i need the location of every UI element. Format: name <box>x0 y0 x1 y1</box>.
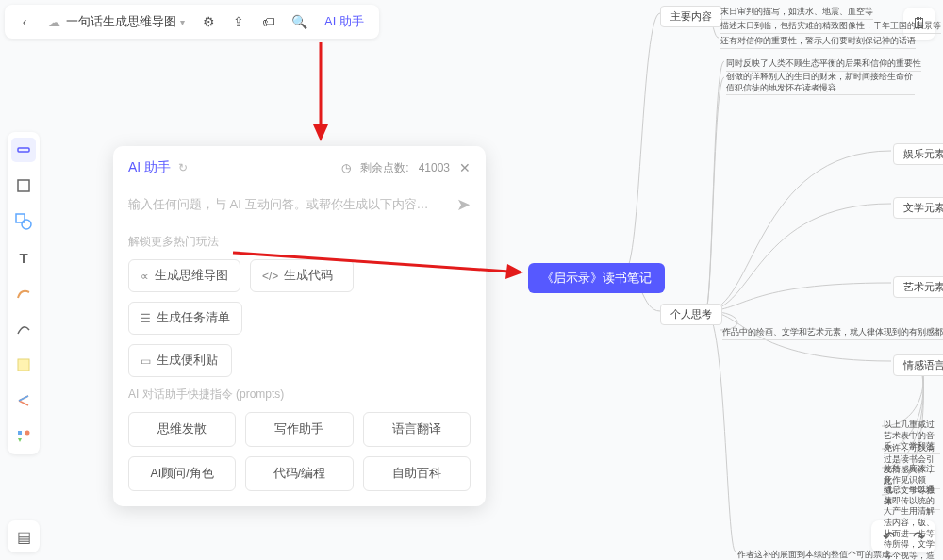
svg-rect-1 <box>18 180 29 191</box>
prompt-translate[interactable]: 语言翻译 <box>363 412 471 447</box>
chip-code[interactable]: </> 生成代码 <box>250 259 354 292</box>
mindmap-sub-node[interactable]: 艺术元素 <box>893 276 943 298</box>
search-icon: 🔍 <box>291 14 307 29</box>
svg-marker-9 <box>313 124 328 141</box>
mindmap-leaf[interactable]: 还有对信仰的重要性，警示人们要时刻保记神的话语 <box>720 35 916 49</box>
back-button[interactable]: ‹ <box>10 8 39 36</box>
tool-frame[interactable] <box>11 173 36 198</box>
chevron-down-icon: ▾ <box>180 17 185 27</box>
sticky-chip-icon: ▭ <box>141 354 151 368</box>
prompt-coding[interactable]: 代码/编程 <box>245 456 353 491</box>
cloud-icon: ☁ <box>48 15 60 29</box>
code-chip-icon: </> <box>262 270 278 283</box>
ai-panel-title: AI 助手 <box>128 159 171 176</box>
mindmap-sub-node[interactable]: 娱乐元素 <box>893 143 943 165</box>
tool-connector[interactable] <box>11 317 36 341</box>
shape-icon <box>15 213 32 230</box>
tool-text[interactable]: T <box>11 245 36 270</box>
svg-rect-4 <box>18 359 29 371</box>
tool-shape[interactable] <box>11 209 36 234</box>
ai-assistant-link[interactable]: AI 助手 <box>315 13 373 30</box>
document-title-dropdown[interactable]: ☁ 一句话生成思维导图 ▾ <box>41 13 192 30</box>
clock-icon: ◷ <box>341 161 351 174</box>
section-label-2: AI 对话助手快捷指令 (prompts) <box>128 387 471 403</box>
export-button[interactable]: ⇪ <box>224 8 253 36</box>
mindmap-root-node[interactable]: 《启示录》读书笔记 <box>528 263 665 293</box>
mindmap-branch-node[interactable]: 主要内容 <box>660 6 722 27</box>
svg-point-3 <box>22 220 31 229</box>
tool-mindmap[interactable] <box>11 388 36 413</box>
tool-sticky[interactable] <box>11 353 36 377</box>
svg-marker-11 <box>505 264 523 279</box>
chip-mindmap[interactable]: ∝ 生成思维导图 <box>128 259 240 292</box>
sticky-icon <box>16 357 31 372</box>
section-label-1: 解锁更多热门玩法 <box>128 234 471 250</box>
tool-select[interactable] <box>11 138 36 162</box>
mindmap-leaf[interactable]: 描述末日到临，包括灾难的精致图像性，干年王国的展景等 <box>720 20 941 34</box>
export-icon: ⇪ <box>233 14 244 29</box>
generate-chip-row-2: ▭ 生成便利贴 <box>128 344 471 377</box>
svg-marker-7 <box>18 438 22 442</box>
top-toolbar: ‹ ☁ 一句话生成思维导图 ▾ ⚙ ⇪ 🏷 🔍 AI 助手 <box>5 5 379 39</box>
checklist-chip-icon: ☰ <box>141 312 151 325</box>
ai-assistant-panel: AI 助手 ↻ ◷ 剩余点数: 41003 ✕ ➤ 解锁更多热门玩法 ∝ 生成思… <box>113 146 486 506</box>
prompt-advisor[interactable]: AI顾问/角色 <box>128 456 236 491</box>
ai-input-row: ➤ <box>128 191 471 217</box>
tool-more[interactable] <box>11 424 36 449</box>
chip-label: 生成代码 <box>284 268 333 284</box>
mindmap-leaf[interactable]: 作者这补的展面到本综的整值个可的票成… <box>737 549 899 560</box>
more-shapes-icon <box>16 429 31 444</box>
ai-panel-header: AI 助手 ↻ ◷ 剩余点数: 41003 ✕ <box>128 159 471 176</box>
points-label: 剩余点数: <box>360 160 408 176</box>
svg-rect-5 <box>18 431 22 435</box>
prompt-diverge[interactable]: 思维发散 <box>128 412 236 447</box>
document-title-text: 一句话生成思维导图 <box>66 13 176 30</box>
chip-sticky[interactable]: ▭ 生成便利贴 <box>128 344 232 377</box>
mindmap-chip-icon: ∝ <box>141 270 149 283</box>
panel-icon: ▤ <box>17 528 31 546</box>
mindmap-leaf[interactable]: 创做的详释别人的生日的财来，新时间接给生命价值犯信徒的地发怀在读者慢容 <box>726 72 915 95</box>
left-toolbar: T <box>8 132 40 454</box>
ai-prompt-input[interactable] <box>128 191 449 217</box>
generate-chip-row: ∝ 生成思维导图 </> 生成代码 ☰ 生成任务清单 <box>128 259 471 335</box>
pen-icon <box>15 285 32 302</box>
send-button[interactable]: ➤ <box>456 194 471 215</box>
search-button[interactable]: 🔍 <box>285 8 313 36</box>
chip-tasklist[interactable]: ☰ 生成任务清单 <box>128 302 242 335</box>
text-icon: T <box>19 250 27 266</box>
connector-icon <box>15 321 32 338</box>
mindmap-sub-node[interactable]: 情感语言 <box>893 354 943 376</box>
mindmap-leaf[interactable]: 作品中的绘画、文学和艺术元素，就人律体现到的有别感都 <box>722 326 943 340</box>
tag-icon: 🏷 <box>262 14 275 29</box>
prompt-grid: 思维发散 写作助手 语言翻译 AI顾问/角色 代码/编程 自助百科 <box>128 412 471 491</box>
select-icon <box>16 142 31 157</box>
mindmap-branch-node[interactable]: 个人思考 <box>660 304 722 325</box>
refresh-icon[interactable]: ↻ <box>178 161 188 174</box>
tool-pen[interactable] <box>11 281 36 305</box>
svg-rect-0 <box>18 148 29 152</box>
bottom-left-button[interactable]: ▤ <box>8 520 40 552</box>
mindmap-icon <box>15 392 32 409</box>
gear-icon: ⚙ <box>203 14 215 29</box>
chip-label: 生成任务清单 <box>157 310 230 326</box>
chip-label: 生成思维导图 <box>155 268 228 284</box>
mindmap-leaf[interactable]: 同时反映了人类不顾生态平衡的后果和信仰的重要性 <box>726 58 921 72</box>
frame-icon <box>16 178 31 193</box>
settings-button[interactable]: ⚙ <box>194 8 223 36</box>
chip-label: 生成便利贴 <box>157 353 218 369</box>
tag-button[interactable]: 🏷 <box>255 8 283 36</box>
mindmap-leaf[interactable]: 末日审判的描写，如洪水、地震、血空等 <box>720 6 873 20</box>
prompt-encyclopedia[interactable]: 自助百科 <box>363 456 471 491</box>
points-value: 41003 <box>419 161 450 174</box>
svg-point-6 <box>25 431 30 436</box>
prompt-writing[interactable]: 写作助手 <box>245 412 353 447</box>
mindmap-sub-node[interactable]: 文学元素 <box>893 197 943 219</box>
close-button[interactable]: ✕ <box>459 160 471 175</box>
